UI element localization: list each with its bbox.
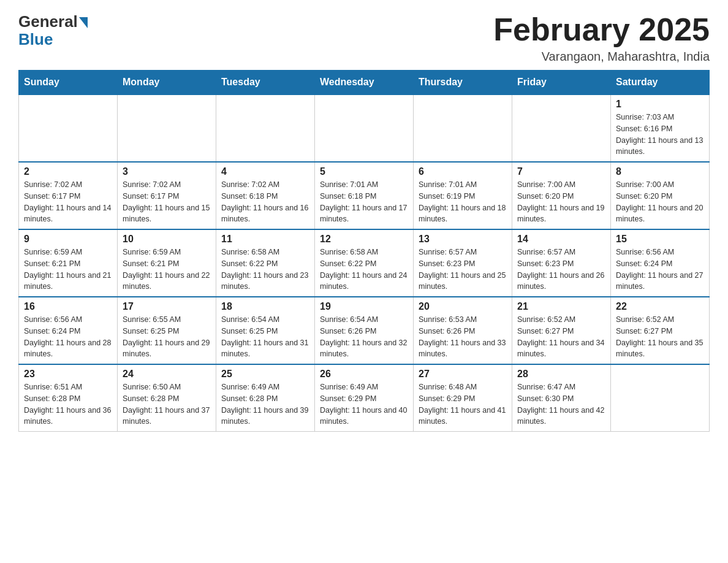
calendar-cell: 22Sunrise: 6:52 AMSunset: 6:27 PMDayligh… <box>611 297 710 364</box>
day-info: Sunrise: 6:50 AMSunset: 6:28 PMDaylight:… <box>123 381 211 427</box>
calendar-cell: 18Sunrise: 6:54 AMSunset: 6:25 PMDayligh… <box>216 297 315 364</box>
calendar-cell <box>315 94 414 162</box>
calendar-table: Sunday Monday Tuesday Wednesday Thursday… <box>18 70 710 432</box>
day-info: Sunrise: 6:47 AMSunset: 6:30 PMDaylight:… <box>517 381 605 427</box>
calendar-cell: 12Sunrise: 6:58 AMSunset: 6:22 PMDayligh… <box>315 229 414 297</box>
day-info: Sunrise: 6:58 AMSunset: 6:22 PMDaylight:… <box>320 247 408 293</box>
calendar-cell: 1Sunrise: 7:03 AMSunset: 6:16 PMDaylight… <box>611 94 710 162</box>
day-number: 19 <box>320 301 408 312</box>
day-number: 24 <box>123 369 211 380</box>
page-header: General Blue February 2025 Varangaon, Ma… <box>18 12 710 64</box>
calendar-cell: 16Sunrise: 6:56 AMSunset: 6:24 PMDayligh… <box>19 297 118 364</box>
day-number: 16 <box>24 301 112 312</box>
day-number: 25 <box>221 369 309 380</box>
calendar-cell: 23Sunrise: 6:51 AMSunset: 6:28 PMDayligh… <box>19 364 118 432</box>
day-info: Sunrise: 6:52 AMSunset: 6:27 PMDaylight:… <box>616 314 704 360</box>
day-info: Sunrise: 6:55 AMSunset: 6:25 PMDaylight:… <box>123 314 211 360</box>
logo-blue-text: Blue <box>18 30 53 49</box>
day-info: Sunrise: 7:00 AMSunset: 6:20 PMDaylight:… <box>616 179 704 225</box>
day-number: 5 <box>320 166 408 177</box>
day-info: Sunrise: 6:48 AMSunset: 6:29 PMDaylight:… <box>419 381 507 427</box>
calendar-cell: 20Sunrise: 6:53 AMSunset: 6:26 PMDayligh… <box>414 297 512 364</box>
calendar-cell: 10Sunrise: 6:59 AMSunset: 6:21 PMDayligh… <box>118 229 216 297</box>
day-info: Sunrise: 6:59 AMSunset: 6:21 PMDaylight:… <box>123 247 211 293</box>
day-number: 18 <box>221 301 309 312</box>
header-saturday: Saturday <box>611 71 710 95</box>
logo-general-text: General <box>18 12 78 31</box>
header-tuesday: Tuesday <box>216 71 315 95</box>
calendar-cell: 21Sunrise: 6:52 AMSunset: 6:27 PMDayligh… <box>512 297 611 364</box>
calendar-cell: 6Sunrise: 7:01 AMSunset: 6:19 PMDaylight… <box>414 162 512 229</box>
calendar-cell <box>414 94 512 162</box>
day-number: 10 <box>123 234 211 245</box>
location-text: Varangaon, Maharashtra, India <box>493 50 710 64</box>
day-info: Sunrise: 7:01 AMSunset: 6:19 PMDaylight:… <box>419 179 507 225</box>
day-number: 22 <box>616 301 704 312</box>
day-number: 9 <box>24 234 112 245</box>
title-section: February 2025 Varangaon, Maharashtra, In… <box>493 12 710 64</box>
calendar-cell: 26Sunrise: 6:49 AMSunset: 6:29 PMDayligh… <box>315 364 414 432</box>
calendar-cell <box>19 94 118 162</box>
day-number: 11 <box>221 234 309 245</box>
day-info: Sunrise: 6:51 AMSunset: 6:28 PMDaylight:… <box>24 381 112 427</box>
day-number: 15 <box>616 234 704 245</box>
logo-arrow-icon <box>79 17 88 28</box>
calendar-cell: 15Sunrise: 6:56 AMSunset: 6:24 PMDayligh… <box>611 229 710 297</box>
calendar-cell: 3Sunrise: 7:02 AMSunset: 6:17 PMDaylight… <box>118 162 216 229</box>
day-number: 4 <box>221 166 309 177</box>
day-number: 26 <box>320 369 408 380</box>
logo: General Blue <box>18 12 88 49</box>
calendar-cell: 17Sunrise: 6:55 AMSunset: 6:25 PMDayligh… <box>118 297 216 364</box>
calendar-cell <box>512 94 611 162</box>
day-info: Sunrise: 7:02 AMSunset: 6:18 PMDaylight:… <box>221 179 309 225</box>
day-info: Sunrise: 6:52 AMSunset: 6:27 PMDaylight:… <box>517 314 605 360</box>
day-info: Sunrise: 6:58 AMSunset: 6:22 PMDaylight:… <box>221 247 309 293</box>
week-row-1: 1Sunrise: 7:03 AMSunset: 6:16 PMDaylight… <box>19 94 710 162</box>
calendar-cell <box>611 364 710 432</box>
calendar-cell <box>216 94 315 162</box>
month-title: February 2025 <box>493 12 710 47</box>
day-info: Sunrise: 6:49 AMSunset: 6:29 PMDaylight:… <box>320 381 408 427</box>
week-row-5: 23Sunrise: 6:51 AMSunset: 6:28 PMDayligh… <box>19 364 710 432</box>
day-number: 21 <box>517 301 605 312</box>
weekday-header-row: Sunday Monday Tuesday Wednesday Thursday… <box>19 71 710 95</box>
day-number: 17 <box>123 301 211 312</box>
day-number: 2 <box>24 166 112 177</box>
header-monday: Monday <box>118 71 216 95</box>
day-number: 12 <box>320 234 408 245</box>
calendar-cell: 8Sunrise: 7:00 AMSunset: 6:20 PMDaylight… <box>611 162 710 229</box>
day-number: 14 <box>517 234 605 245</box>
calendar-cell: 24Sunrise: 6:50 AMSunset: 6:28 PMDayligh… <box>118 364 216 432</box>
week-row-4: 16Sunrise: 6:56 AMSunset: 6:24 PMDayligh… <box>19 297 710 364</box>
header-wednesday: Wednesday <box>315 71 414 95</box>
day-info: Sunrise: 7:02 AMSunset: 6:17 PMDaylight:… <box>123 179 211 225</box>
day-number: 8 <box>616 166 704 177</box>
day-info: Sunrise: 6:53 AMSunset: 6:26 PMDaylight:… <box>419 314 507 360</box>
calendar-cell <box>118 94 216 162</box>
day-info: Sunrise: 6:54 AMSunset: 6:26 PMDaylight:… <box>320 314 408 360</box>
calendar-cell: 25Sunrise: 6:49 AMSunset: 6:28 PMDayligh… <box>216 364 315 432</box>
week-row-2: 2Sunrise: 7:02 AMSunset: 6:17 PMDaylight… <box>19 162 710 229</box>
header-thursday: Thursday <box>414 71 512 95</box>
day-number: 28 <box>517 369 605 380</box>
day-info: Sunrise: 7:00 AMSunset: 6:20 PMDaylight:… <box>517 179 605 225</box>
day-number: 27 <box>419 369 507 380</box>
day-info: Sunrise: 6:59 AMSunset: 6:21 PMDaylight:… <box>24 247 112 293</box>
calendar-cell: 4Sunrise: 7:02 AMSunset: 6:18 PMDaylight… <box>216 162 315 229</box>
week-row-3: 9Sunrise: 6:59 AMSunset: 6:21 PMDaylight… <box>19 229 710 297</box>
calendar-cell: 19Sunrise: 6:54 AMSunset: 6:26 PMDayligh… <box>315 297 414 364</box>
header-friday: Friday <box>512 71 611 95</box>
day-info: Sunrise: 6:56 AMSunset: 6:24 PMDaylight:… <box>24 314 112 360</box>
day-number: 7 <box>517 166 605 177</box>
calendar-cell: 11Sunrise: 6:58 AMSunset: 6:22 PMDayligh… <box>216 229 315 297</box>
day-info: Sunrise: 7:02 AMSunset: 6:17 PMDaylight:… <box>24 179 112 225</box>
day-info: Sunrise: 6:54 AMSunset: 6:25 PMDaylight:… <box>221 314 309 360</box>
header-sunday: Sunday <box>19 71 118 95</box>
calendar-cell: 28Sunrise: 6:47 AMSunset: 6:30 PMDayligh… <box>512 364 611 432</box>
calendar-cell: 13Sunrise: 6:57 AMSunset: 6:23 PMDayligh… <box>414 229 512 297</box>
day-number: 13 <box>419 234 507 245</box>
day-info: Sunrise: 7:01 AMSunset: 6:18 PMDaylight:… <box>320 179 408 225</box>
day-number: 6 <box>419 166 507 177</box>
day-number: 1 <box>616 99 704 110</box>
calendar-cell: 5Sunrise: 7:01 AMSunset: 6:18 PMDaylight… <box>315 162 414 229</box>
